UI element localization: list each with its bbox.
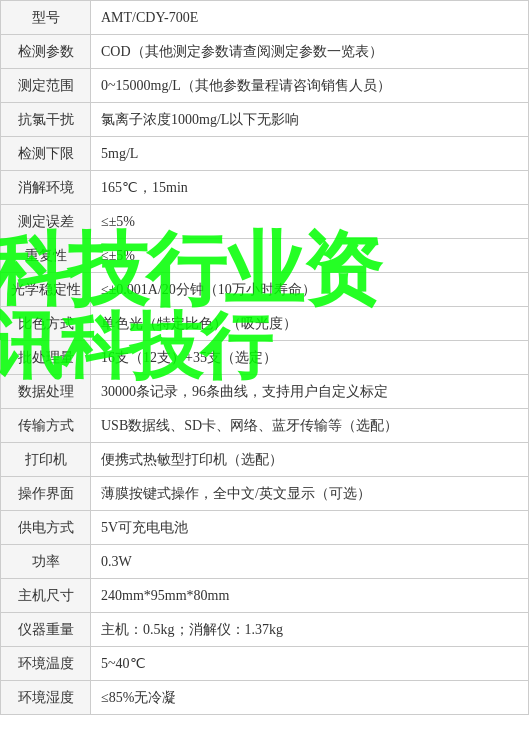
table-row: 数据处理30000条记录，96条曲线，支持用户自定义标定 xyxy=(0,375,529,409)
cell-label: 仪器重量 xyxy=(1,613,91,646)
cell-value: ≤85%无冷凝 xyxy=(91,681,528,714)
table-row: 型号AMT/CDY-700E xyxy=(0,0,529,35)
cell-value: 主机：0.5kg；消解仪：1.37kg xyxy=(91,613,528,646)
cell-label: 环境湿度 xyxy=(1,681,91,714)
cell-value: 165℃，15min xyxy=(91,171,528,204)
cell-label: 操作界面 xyxy=(1,477,91,510)
cell-value: USB数据线、SD卡、网络、蓝牙传输等（选配） xyxy=(91,409,528,442)
cell-value: 氯离子浓度1000mg/L以下无影响 xyxy=(91,103,528,136)
cell-label: 比色方式 xyxy=(1,307,91,340)
table-row: 主机尺寸240mm*95mm*80mm xyxy=(0,579,529,613)
cell-label: 数据处理 xyxy=(1,375,91,408)
table-row: 比色方式单色光（特定比色）（吸光度） xyxy=(0,307,529,341)
spec-table: 型号AMT/CDY-700E检测参数COD（其他测定参数请查阅测定参数一览表）测… xyxy=(0,0,529,715)
cell-value: 薄膜按键式操作，全中文/英文显示（可选） xyxy=(91,477,528,510)
table-row: 传输方式USB数据线、SD卡、网络、蓝牙传输等（选配） xyxy=(0,409,529,443)
table-row: 测定范围0~15000mg/L（其他参数量程请咨询销售人员） xyxy=(0,69,529,103)
cell-value: 5V可充电电池 xyxy=(91,511,528,544)
table-row: 仪器重量主机：0.5kg；消解仪：1.37kg xyxy=(0,613,529,647)
cell-value: COD（其他测定参数请查阅测定参数一览表） xyxy=(91,35,528,68)
table-row: 环境湿度≤85%无冷凝 xyxy=(0,681,529,715)
cell-value: ≤±0.001A/20分钟（10万小时寿命） xyxy=(91,273,528,306)
cell-label: 检测下限 xyxy=(1,137,91,170)
cell-value: AMT/CDY-700E xyxy=(91,1,528,34)
cell-value: 便携式热敏型打印机（选配） xyxy=(91,443,528,476)
table-row: 检测下限5mg/L xyxy=(0,137,529,171)
table-row: 检测参数COD（其他测定参数请查阅测定参数一览表） xyxy=(0,35,529,69)
cell-value: ≤±5% xyxy=(91,205,528,238)
table-row: 打印机便携式热敏型打印机（选配） xyxy=(0,443,529,477)
cell-label: 消解环境 xyxy=(1,171,91,204)
cell-value: 单色光（特定比色）（吸光度） xyxy=(91,307,528,340)
table-row: 功率0.3W xyxy=(0,545,529,579)
cell-label: 功率 xyxy=(1,545,91,578)
cell-value: 240mm*95mm*80mm xyxy=(91,579,528,612)
table-row: 消解环境165℃，15min xyxy=(0,171,529,205)
cell-label: 抗氯干扰 xyxy=(1,103,91,136)
table-row: 操作界面薄膜按键式操作，全中文/英文显示（可选） xyxy=(0,477,529,511)
cell-label: 型号 xyxy=(1,1,91,34)
cell-label: 批处理量 xyxy=(1,341,91,374)
table-row: 测定误差≤±5% xyxy=(0,205,529,239)
cell-label: 打印机 xyxy=(1,443,91,476)
cell-label: 传输方式 xyxy=(1,409,91,442)
cell-label: 重复性 xyxy=(1,239,91,272)
cell-value: 5mg/L xyxy=(91,137,528,170)
cell-value: 0.3W xyxy=(91,545,528,578)
table-row: 重复性≤±5% xyxy=(0,239,529,273)
table-row: 供电方式5V可充电电池 xyxy=(0,511,529,545)
table-row: 环境温度5~40℃ xyxy=(0,647,529,681)
table-row: 批处理量16支（12支）+35支（选定） xyxy=(0,341,529,375)
cell-value: 5~40℃ xyxy=(91,647,528,680)
cell-value: 30000条记录，96条曲线，支持用户自定义标定 xyxy=(91,375,528,408)
cell-label: 供电方式 xyxy=(1,511,91,544)
cell-value: 16支（12支）+35支（选定） xyxy=(91,341,528,374)
cell-label: 检测参数 xyxy=(1,35,91,68)
cell-label: 测定范围 xyxy=(1,69,91,102)
cell-label: 环境温度 xyxy=(1,647,91,680)
cell-label: 测定误差 xyxy=(1,205,91,238)
cell-label: 主机尺寸 xyxy=(1,579,91,612)
cell-value: 0~15000mg/L（其他参数量程请咨询销售人员） xyxy=(91,69,528,102)
cell-label: 光学稳定性 xyxy=(1,273,91,306)
table-row: 光学稳定性≤±0.001A/20分钟（10万小时寿命） xyxy=(0,273,529,307)
table-row: 抗氯干扰氯离子浓度1000mg/L以下无影响 xyxy=(0,103,529,137)
cell-value: ≤±5% xyxy=(91,239,528,272)
